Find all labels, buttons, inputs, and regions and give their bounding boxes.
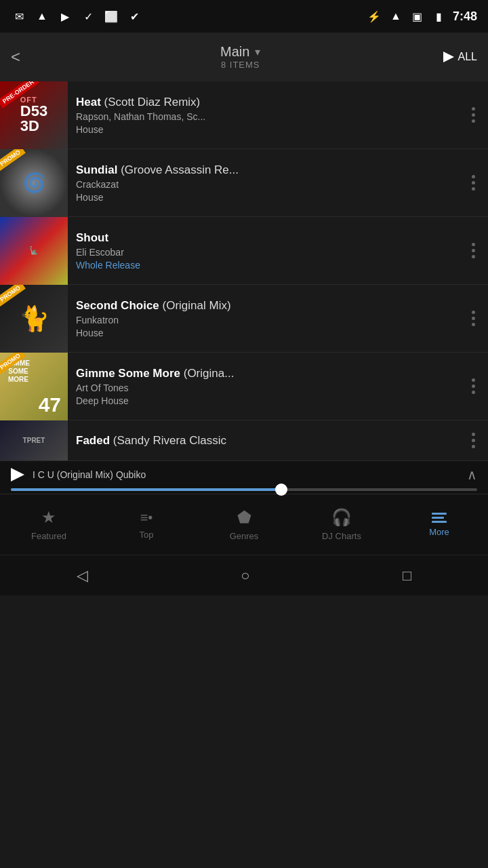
list-item[interactable]: OFT D53 3D PRE-ORDER Heat (Scott Diaz Re… [0,81,488,149]
track-info: Gimme Some More (Origina... Art Of Tones… [68,361,458,412]
progress-fill [11,488,281,491]
list-item[interactable]: 🐈 PROMO Second Choice (Original Mix) Fun… [0,285,488,353]
more-icon [472,175,475,191]
track-artist: Funkatron [76,315,450,326]
bluetooth-icon: ⚡ [366,8,382,24]
track-art: 🐈 PROMO [0,285,68,353]
nav-item-top[interactable]: ≡• Top [98,494,195,555]
top-label: Top [140,530,154,540]
featured-label: Featured [31,531,66,541]
track-title: Second Choice (Original Mix) [76,299,450,313]
more-icon [472,378,475,394]
promo-badge: PROMO [0,285,26,307]
back-system-icon[interactable]: ◁ [77,567,88,585]
player-controls: I C U (Original Mix) Qubiko ∧ [11,467,477,483]
more-icon [472,311,475,326]
track-title: Gimme Some More (Origina... [76,367,450,380]
track-title: Heat (Scott Diaz Remix) [76,96,450,109]
track-artist: Crackazat [76,179,450,190]
recents-system-icon[interactable]: □ [403,567,411,585]
more-icon [432,513,447,523]
progress-bar[interactable] [11,488,477,491]
more-icon [472,433,475,448]
track-art: 47 GIMMESOMEMORE PROMO [0,353,68,420]
signal-icon: ▣ [409,8,426,24]
genres-label: Genres [230,531,259,541]
track-list: OFT D53 3D PRE-ORDER Heat (Scott Diaz Re… [0,81,488,461]
image-icon: ⬜ [103,8,119,24]
track-title: Shout [76,231,450,245]
track-title: Sundial (Groove Assassin Re... [76,163,450,177]
track-art: 🌀 PROMO [0,149,68,217]
track-genre: House [76,192,450,203]
play-icon: ▶ [57,8,73,24]
track-info: Faded (Sandy Rivera Classic [68,429,458,453]
mark-icon: ✔ [126,8,142,24]
track-title: Faded (Sandy Rivera Classic [76,434,450,448]
list-item[interactable]: 47 GIMMESOMEMORE PROMO Gimme Some More (… [0,353,488,420]
track-info: Sundial (Groove Assassin Re... Crackazat… [68,158,458,208]
gmail-icon: ✉ [11,8,27,24]
home-system-icon[interactable]: ○ [241,567,249,585]
top-icon: ≡• [140,510,153,526]
track-genre: Deep House [76,395,450,406]
track-genre-whole-release[interactable]: Whole Release [76,260,450,271]
nav-item-more[interactable]: More [390,494,488,555]
bottom-nav: ★ Featured ≡• Top ⬟ Genres 🎧 DJ Charts M… [0,494,488,555]
play-pause-button[interactable] [11,468,24,481]
list-item[interactable]: TPRET Faded (Sandy Rivera Classic [0,420,488,461]
system-bar: ◁ ○ □ [0,555,488,595]
list-item[interactable]: 🌀 PROMO Sundial (Groove Assassin Re... C… [0,149,488,217]
battery-icon: ▮ [431,8,447,24]
track-artist: Rapson, Nathan Thomas, Sc... [76,111,450,122]
track-options-button[interactable] [458,311,488,326]
player-bar: I C U (Original Mix) Qubiko ∧ [0,461,488,494]
now-playing: I C U (Original Mix) Qubiko [33,469,459,480]
header: < Main ▾ 8 ITEMS ALL [0,33,488,81]
track-options-button[interactable] [458,243,488,258]
status-icons-left: ✉ ▲ ▶ ✓ ⬜ ✔ [11,8,142,24]
featured-icon: ★ [41,508,56,527]
play-all-button[interactable]: ALL [443,51,477,63]
track-options-button[interactable] [458,175,488,191]
status-bar: ✉ ▲ ▶ ✓ ⬜ ✔ ⚡ ▲ ▣ ▮ 7:48 [0,0,488,33]
nav-item-dj-charts[interactable]: 🎧 DJ Charts [293,494,390,555]
item-count: 8 ITEMS [221,60,260,70]
list-item[interactable]: 🗽 Shout Eli Escobar Whole Release [0,217,488,285]
wifi-icon: ▲ [388,8,404,24]
more-icon [472,107,475,123]
dj-charts-label: DJ Charts [322,531,361,541]
progress-thumb[interactable] [275,484,287,496]
track-artist: Art Of Tones [76,382,450,393]
track-info: Second Choice (Original Mix) Funkatron H… [68,294,458,344]
dj-charts-icon: 🎧 [331,508,352,527]
promo-badge: PROMO [0,149,26,171]
more-label: More [429,527,449,537]
playlist-title: Main ▾ [220,44,260,60]
track-options-button[interactable] [458,378,488,394]
track-options-button[interactable] [458,433,488,448]
dropdown-icon[interactable]: ▾ [255,45,260,58]
play-triangle-icon [443,52,454,62]
back-button[interactable]: < [11,47,38,66]
drive-icon: ▲ [34,8,50,24]
nav-item-featured[interactable]: ★ Featured [0,494,98,555]
track-options-button[interactable] [458,107,488,123]
track-art: TPRET [0,420,68,461]
track-art: 🗽 [0,217,68,285]
track-genre: House [76,124,450,135]
expand-player-button[interactable]: ∧ [467,467,477,483]
check-icon: ✓ [80,8,96,24]
track-artist: Eli Escobar [76,247,450,258]
clock: 7:48 [453,9,477,24]
status-icons-right: ⚡ ▲ ▣ ▮ 7:48 [366,8,477,24]
track-info: Heat (Scott Diaz Remix) Rapson, Nathan T… [68,90,458,140]
genres-icon: ⬟ [237,508,251,527]
track-info: Shout Eli Escobar Whole Release [68,226,458,276]
track-genre: House [76,328,450,338]
nav-item-genres[interactable]: ⬟ Genres [195,494,293,555]
more-icon [472,243,475,258]
header-center: Main ▾ 8 ITEMS [220,44,260,70]
track-art: OFT D53 3D PRE-ORDER [0,81,68,149]
